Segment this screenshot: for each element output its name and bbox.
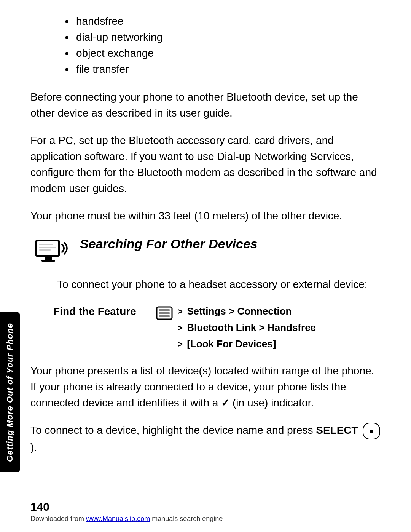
bluetooth-link: Bluetooth Link xyxy=(187,322,256,333)
look-for-devices-link: [Look For Devices] xyxy=(187,338,276,350)
paragraph-6-mid xyxy=(358,424,361,436)
paragraph-6: To connect to a device, highlight the de… xyxy=(30,422,381,455)
svg-rect-3 xyxy=(41,260,55,262)
page-number: 140 xyxy=(30,500,49,513)
bluetooth-device-icon xyxy=(30,237,72,267)
settings-link: Settings xyxy=(187,305,226,317)
paragraph-5-text: Your phone presents a list of device(s) … xyxy=(30,365,374,409)
list-item: file transfer xyxy=(65,63,381,75)
svg-rect-5 xyxy=(39,247,56,248)
list-item: handsfree xyxy=(65,15,381,27)
connection-link: Connection xyxy=(237,305,292,317)
arrow-2: > xyxy=(177,323,183,333)
list-item: dial-up networking xyxy=(65,31,381,43)
manualslib-link[interactable]: www.Manualslib.com xyxy=(86,515,150,522)
paragraph-5: Your phone presents a list of device(s) … xyxy=(30,363,381,411)
bullet-list: handsfree dial-up networking object exch… xyxy=(30,15,381,75)
arrow-3: > xyxy=(177,339,183,349)
arrow-1: > xyxy=(177,306,183,316)
nav-step-2: > Bluetooth Link > Handsfree xyxy=(177,320,316,335)
select-dot xyxy=(370,430,373,433)
svg-rect-1 xyxy=(37,241,58,255)
nav-step-3: > [Look For Devices] xyxy=(177,337,316,351)
feature-navigation: > Settings > Connection > Bluetooth Link… xyxy=(156,304,316,351)
paragraph-4: To connect your phone to a headset acces… xyxy=(30,276,381,292)
list-item: object exchange xyxy=(65,47,381,59)
nav-step-1: > Settings > Connection xyxy=(177,304,316,319)
paragraph-3: Your phone must be within 33 feet (10 me… xyxy=(30,208,381,224)
paragraph-5-end: (in use) indicator. xyxy=(229,397,314,409)
footer: 140 Downloaded from www.Manualslib.com m… xyxy=(30,500,381,523)
handsfree-link: Handsfree xyxy=(268,322,316,333)
footer-download-text: Downloaded from www.Manualslib.com manua… xyxy=(30,515,223,523)
checkmark-symbol: ✓ xyxy=(221,397,229,409)
select-keyword: SELECT xyxy=(316,424,358,436)
paragraph-6-start: To connect to a device, highlight the de… xyxy=(30,424,316,436)
nav-steps: > Settings > Connection > Bluetooth Link… xyxy=(177,304,316,351)
svg-rect-4 xyxy=(39,244,53,245)
find-feature-row: Find the Feature > Settings > Co xyxy=(53,304,381,351)
paragraph-6-end: ). xyxy=(30,441,37,453)
paragraph-1: Before connecting your phone to another … xyxy=(30,89,381,121)
download-prefix: Downloaded from xyxy=(30,515,86,522)
svg-rect-2 xyxy=(45,257,52,260)
select-button-icon xyxy=(363,423,380,439)
svg-rect-6 xyxy=(39,249,51,251)
download-suffix: manuals search engine xyxy=(150,515,223,522)
section-header: Searching For Other Devices xyxy=(30,235,381,267)
find-feature-label: Find the Feature xyxy=(53,304,145,318)
page-content: handsfree dial-up networking object exch… xyxy=(0,0,411,532)
paragraph-2: For a PC, set up the Bluetooth accessory… xyxy=(30,133,381,197)
section-heading: Searching For Other Devices xyxy=(80,235,258,252)
menu-key-icon xyxy=(156,306,173,323)
